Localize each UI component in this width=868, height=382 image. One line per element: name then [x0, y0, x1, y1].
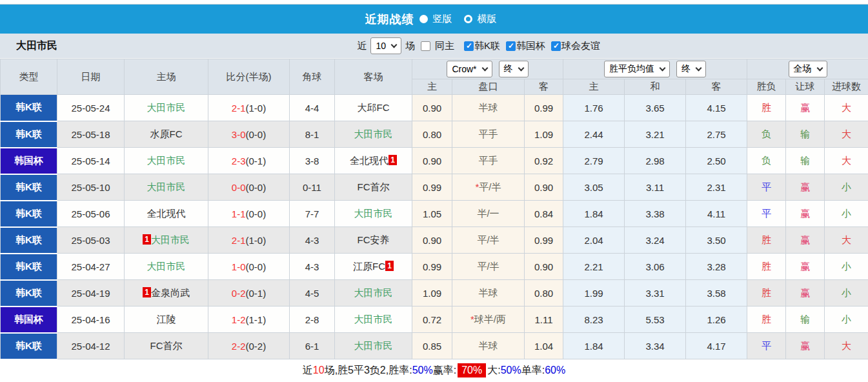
- table-row: 韩K联 25-04-27 大田市民 1-0(0-0) 4-3 江原FC1 0.9…: [1, 254, 868, 280]
- table-row: 韩K联 25-04-19 1金泉尚武 0-2(0-1) 4-5 大田市民 1.0…: [1, 280, 868, 307]
- full-time-score: 0-2: [232, 288, 246, 299]
- odds-home-cell: 0.85: [412, 333, 452, 359]
- home-team-name: 金泉尚武: [151, 287, 190, 298]
- avg-away-cell: 3.28: [686, 254, 747, 280]
- red-card-badge: 1: [143, 287, 151, 297]
- odds-company-select[interactable]: Crow*: [447, 61, 492, 77]
- away-team-name: 大田市民: [354, 340, 393, 351]
- full-time-score: 1-0: [232, 261, 246, 272]
- odds-select-group: Crow* 终: [412, 59, 563, 79]
- handicap-cell: *平/半: [452, 174, 525, 201]
- table-row: 韩K联 25-05-10 大田市民 0-0(0-0) 0-11 FC首尔 0.9…: [1, 174, 868, 201]
- avg-home-cell: 8.23: [563, 307, 625, 333]
- footer-count: 10: [313, 365, 325, 376]
- score-cell: 2-1(1-0): [208, 95, 290, 121]
- avg-type-select[interactable]: 胜平负均值: [604, 61, 670, 77]
- avg-home-cell: 3.05: [563, 174, 625, 201]
- away-team-cell: 大田市民: [335, 280, 412, 307]
- avg-away-cell: 2.50: [686, 148, 747, 174]
- match-date-cell: 25-04-12: [57, 333, 125, 359]
- handicap-value: 半球: [479, 287, 498, 298]
- result-scope-select[interactable]: 全场: [789, 61, 827, 77]
- match-date-cell: 25-05-03: [57, 227, 125, 254]
- handicap-value: 半/一: [477, 208, 499, 219]
- half-time-score: (1-0): [246, 103, 267, 114]
- red-card-badge: 1: [143, 234, 151, 245]
- horizontal-layout-radio[interactable]: [464, 15, 472, 23]
- handicap-result-cell: 赢: [786, 95, 825, 121]
- horizontal-layout-label[interactable]: 横版: [478, 13, 497, 25]
- club-friendly-checkbox[interactable]: [551, 41, 561, 51]
- half-time-score: (0-0): [246, 129, 267, 140]
- club-friendly-label[interactable]: 球会友谊: [561, 40, 600, 52]
- goals-result-cell: 小: [825, 280, 868, 307]
- col-away: 客场: [335, 59, 412, 95]
- filter-bar: 大田市民 近 10 场 同主 韩K联 韩国杯 球会友谊: [0, 34, 868, 59]
- odds-away-cell: 0.80: [525, 280, 563, 307]
- handicap-value: 平/半: [479, 181, 501, 192]
- avg-stage-select[interactable]: 终: [676, 61, 706, 77]
- wdl-result-cell: 负: [747, 121, 786, 148]
- away-team-name: 全北现代: [350, 155, 389, 166]
- match-type-cell: 韩国杯: [1, 307, 57, 333]
- handicap-value: 平/半: [477, 261, 499, 272]
- odds-home-cell: 0.99: [412, 174, 452, 201]
- handicap-result-cell: 赢: [786, 333, 825, 359]
- footer-bigrate: 50%: [501, 365, 521, 376]
- odds-stage-select[interactable]: 终: [499, 61, 529, 77]
- vertical-layout-label[interactable]: 竖版: [433, 13, 452, 25]
- col-corner: 角球: [290, 59, 335, 95]
- away-team-name: 大田市民: [354, 128, 393, 139]
- match-type-cell: 韩K联: [1, 254, 57, 280]
- full-time-score: 2-2: [232, 341, 246, 352]
- home-team-cell: 1大田市民: [125, 227, 208, 254]
- score-cell: 3-0(0-0): [208, 121, 290, 148]
- avg-draw-cell: 2.98: [625, 148, 686, 174]
- kleague-checkbox[interactable]: [464, 41, 474, 51]
- footer-singlerate-label: 单率:: [521, 364, 545, 377]
- home-team-name: 大田市民: [147, 102, 186, 113]
- team-title: 大田市民: [16, 39, 57, 53]
- corner-cell: 4-4: [290, 95, 335, 121]
- corner-cell: 6-1: [290, 333, 335, 359]
- panel-title: 近期战绩: [365, 12, 414, 27]
- subcol-avg-home: 主: [563, 79, 625, 95]
- odds-away-cell: 0.99: [525, 227, 563, 254]
- wdl-result-cell: 胜: [747, 95, 786, 121]
- table-row: 韩K联 25-04-12 FC首尔 2-2(0-2) 6-1 大田市民 0.85…: [1, 333, 868, 359]
- half-time-score: (0-1): [246, 156, 267, 166]
- match-date-cell: 25-05-10: [57, 174, 125, 201]
- recent-count-select[interactable]: 10: [370, 37, 401, 54]
- subcol-handicap-result: 让球: [786, 79, 825, 95]
- half-time-score: (0-0): [246, 208, 267, 219]
- away-team-cell: 大田市民: [335, 201, 412, 227]
- titlebar: 近期战绩 竖版 横版: [0, 5, 868, 34]
- match-date-cell: 25-04-19: [57, 280, 125, 307]
- odds-away-cell: 0.99: [525, 95, 563, 121]
- goals-result-cell: 大: [825, 227, 868, 254]
- corner-cell: 4-3: [290, 227, 335, 254]
- subcol-handicap: 盘口: [452, 79, 525, 95]
- avg-away-cell: 4.17: [686, 333, 747, 359]
- korea-cup-label[interactable]: 韩国杯: [516, 40, 545, 52]
- same-home-checkbox[interactable]: [421, 41, 430, 51]
- vertical-layout-radio[interactable]: [419, 15, 428, 23]
- odds-home-cell: 0.99: [412, 254, 452, 280]
- half-time-score: (1-0): [246, 235, 267, 246]
- handicap-value: 平/半: [477, 234, 499, 245]
- kleague-label[interactable]: 韩K联: [474, 40, 500, 52]
- away-team-name: 大田市民: [354, 208, 393, 219]
- goals-result-cell: 大: [825, 333, 868, 359]
- chevron-down-icon: [481, 65, 488, 71]
- corner-cell: 8-1: [290, 121, 335, 148]
- match-type-cell: 韩K联: [1, 280, 57, 307]
- korea-cup-checkbox[interactable]: [506, 41, 516, 51]
- handicap-result-cell: 赢: [786, 174, 825, 201]
- goals-result-cell: 大: [825, 121, 868, 148]
- home-team-cell: 大田市民: [125, 174, 208, 201]
- match-type-cell: 韩K联: [1, 201, 57, 227]
- away-team-cell: 大田市民: [335, 121, 412, 148]
- chevron-down-icon: [391, 41, 398, 48]
- avg-away-cell: 4.15: [686, 95, 747, 121]
- same-home-label[interactable]: 同主: [435, 40, 454, 52]
